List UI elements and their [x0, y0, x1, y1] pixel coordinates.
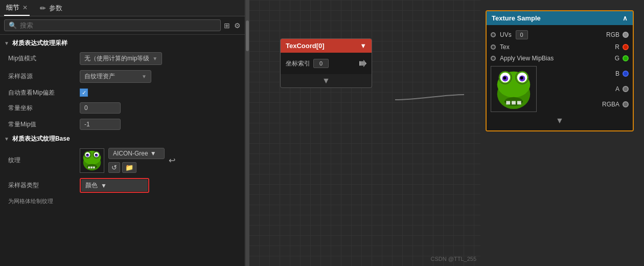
- ts-tex-connector[interactable]: [491, 45, 496, 50]
- svg-rect-28: [512, 101, 516, 104]
- ts-mipbias-label: Apply View MipBias: [500, 55, 554, 62]
- section-texture-sampling[interactable]: ▼ 材质表达式纹理采样: [0, 37, 245, 50]
- sampler-source-row: 采样器源 自纹理资产 ▼: [0, 68, 245, 85]
- scroll-thumb[interactable]: [246, 20, 249, 51]
- ts-tex-left: Tex: [491, 43, 510, 51]
- ts-body: UVs RGB Tex R: [487, 25, 633, 130]
- mip-mode-dropdown[interactable]: 无（使用计算的mip等级 ▼: [80, 52, 162, 65]
- const-coord-input[interactable]: [80, 102, 121, 114]
- svg-rect-12: [88, 166, 90, 168]
- ts-rgba-label: RGBA: [602, 101, 619, 108]
- detail-tab-label: 细节: [6, 3, 19, 12]
- ts-thumb-section: B A RGBA: [487, 64, 633, 114]
- grid-view-button[interactable]: ⊞: [224, 21, 230, 30]
- section-arrow: ▼: [4, 40, 9, 46]
- ts-rgb-connector[interactable]: [623, 32, 629, 38]
- texcoord-coord-label: 坐标索引: [286, 59, 310, 68]
- search-tools: ⊞ ⚙: [224, 21, 241, 30]
- watermark: CSDN @TTL_255: [431, 256, 476, 262]
- texcoord-coord-input[interactable]: [313, 59, 329, 68]
- sampler-type-highlight: 颜色 ▼: [80, 178, 149, 193]
- auto-mip-row: 自动查看Mip偏差 ✓: [0, 85, 245, 100]
- const-coord-label: 常量坐标: [8, 104, 80, 113]
- ts-a-connector[interactable]: [623, 86, 629, 92]
- settings-button[interactable]: ⚙: [234, 21, 241, 30]
- ts-uvs-label: UVs: [500, 31, 512, 38]
- ts-rgb-label: RGB: [606, 31, 619, 38]
- params-tab-label: 参数: [49, 4, 62, 13]
- texcoord-node-body: 坐标索引: [281, 53, 372, 74]
- texcoord-out-connector[interactable]: [359, 60, 366, 67]
- params-icon: ✏: [40, 4, 46, 12]
- ts-g-label: G: [615, 55, 619, 62]
- right-panel: Texture Sample ∧ UVs RGB: [480, 0, 644, 266]
- texcoord-coord-row: 坐标索引: [286, 57, 366, 70]
- panel-content: ▼ 材质表达式纹理采样 Mip值模式 无（使用计算的mip等级 ▼ 采样器源 自…: [0, 35, 245, 266]
- const-mip-label: 常量Mip值: [8, 120, 80, 129]
- ts-texture-thumbnail: [491, 66, 537, 112]
- auto-mip-checkbox[interactable]: ✓: [80, 88, 88, 97]
- tab-detail[interactable]: 细节 ✕: [4, 0, 30, 16]
- ts-a-row: A: [541, 85, 629, 93]
- section-texture-base[interactable]: ▼ 材质表达式纹理Base: [0, 132, 245, 145]
- ts-g-right: G: [615, 55, 629, 62]
- center-area: TexCoord[0] ▼ 坐标索引 ▼ CSDN @TTL_255: [249, 0, 480, 266]
- ts-mipbias-connector[interactable]: [491, 56, 496, 61]
- texcoord-node[interactable]: TexCoord[0] ▼ 坐标索引 ▼: [280, 38, 372, 88]
- ts-b-connector[interactable]: [623, 71, 629, 77]
- ts-tex-label: Tex: [500, 43, 510, 51]
- sampler-type-row: 采样器类型 颜色 ▼: [0, 175, 245, 195]
- texcoord-expand[interactable]: ▼: [281, 74, 372, 87]
- texture-name-text: AICON-Gree: [113, 150, 148, 157]
- auto-mip-label: 自动查看Mip偏差: [8, 88, 80, 97]
- ts-b-label: B: [615, 70, 619, 77]
- sampler-source-value: 自纹理资产 ▼: [80, 70, 241, 83]
- const-coord-value: [80, 102, 241, 114]
- section-texture-base-label: 材质表达式纹理Base: [12, 135, 70, 143]
- svg-rect-14: [93, 166, 95, 168]
- scrollbar[interactable]: [245, 0, 249, 266]
- texcoord-chevron-icon: ▼: [360, 42, 366, 50]
- texture-reset-button[interactable]: ↩: [169, 156, 175, 165]
- search-bar: 🔍 ⊞ ⚙: [0, 16, 245, 35]
- texture-sample-node[interactable]: Texture Sample ∧ UVs RGB: [486, 10, 634, 131]
- svg-rect-13: [90, 166, 93, 168]
- sampler-source-text: 自纹理资产: [84, 72, 115, 81]
- ts-rgba-connector[interactable]: [623, 101, 629, 107]
- panel-tabs: 细节 ✕ ✏ 参数: [0, 0, 245, 16]
- texture-label: 纹理: [8, 156, 80, 165]
- svg-point-25: [520, 77, 523, 80]
- svg-rect-27: [506, 101, 510, 104]
- sampler-source-dropdown[interactable]: 自纹理资产 ▼: [80, 70, 151, 83]
- search-icon: 🔍: [9, 21, 17, 29]
- ts-rgba-row: RGBA: [541, 101, 629, 108]
- search-input[interactable]: [20, 21, 216, 29]
- tab-params[interactable]: ✏ 参数: [38, 0, 64, 16]
- sampler-source-chevron: ▼: [142, 74, 147, 79]
- tab-detail-close[interactable]: ✕: [22, 4, 28, 11]
- ts-uvs-left: UVs: [491, 30, 528, 39]
- ts-uvs-input[interactable]: [516, 30, 528, 39]
- texture-name-dropdown[interactable]: AICON-Gree ▼: [108, 148, 165, 159]
- ts-mipbias-row: Apply View MipBias G: [487, 53, 633, 64]
- ts-header-chevron: ∧: [623, 14, 628, 22]
- sampler-type-label: 采样器类型: [8, 181, 80, 190]
- sampler-type-dropdown[interactable]: 颜色 ▼: [81, 180, 148, 191]
- texture-use-button[interactable]: 📁: [122, 162, 136, 173]
- ts-frog-svg: [491, 66, 536, 112]
- texture-row: 纹理: [0, 145, 245, 175]
- sampler-type-text: 颜色: [85, 181, 98, 190]
- ts-uvs-connector[interactable]: [491, 32, 496, 37]
- svg-rect-29: [517, 101, 521, 104]
- ts-footer: ▼: [487, 114, 633, 127]
- mip-mode-value: 无（使用计算的mip等级 ▼: [80, 52, 241, 65]
- mip-mode-chevron: ▼: [152, 56, 157, 61]
- search-input-wrap[interactable]: 🔍: [4, 19, 221, 31]
- const-mip-input[interactable]: [80, 119, 121, 130]
- mip-mode-text: 无（使用计算的mip等级: [84, 54, 149, 63]
- texture-browse-button[interactable]: ↺: [108, 162, 120, 173]
- ts-r-connector[interactable]: [623, 44, 629, 50]
- ts-g-connector[interactable]: [623, 55, 629, 61]
- section-texture-sampling-label: 材质表达式纹理采样: [12, 39, 67, 48]
- ts-uvs-row: UVs RGB: [487, 28, 633, 41]
